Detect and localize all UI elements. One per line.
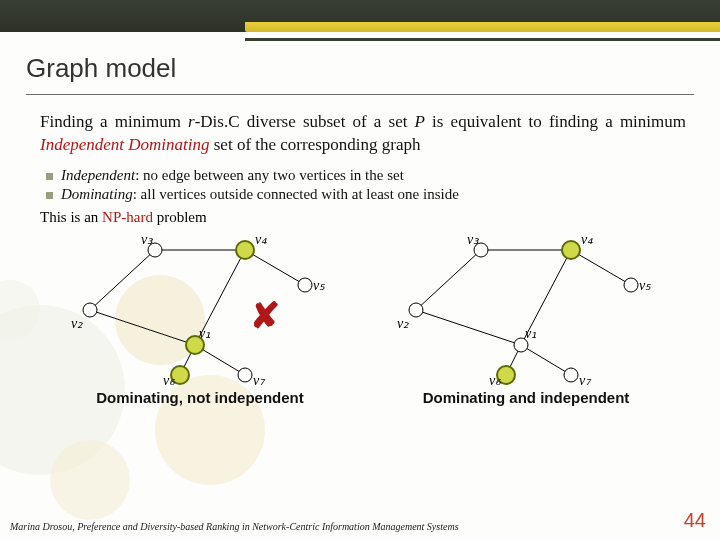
svg-line-32	[521, 345, 571, 375]
svg-point-37	[624, 278, 638, 292]
svg-text:v₅: v₅	[639, 278, 651, 293]
page-number: 44	[684, 509, 706, 532]
cross-mark-icon: ✘	[250, 295, 280, 337]
bullet-keyword: Independent	[61, 167, 135, 183]
para-text: -Dis.C diverse subset of a set	[195, 112, 415, 131]
content-area: Finding a minimum r-Dis.C diverse subset…	[0, 95, 720, 406]
svg-text:v₂: v₂	[397, 316, 409, 331]
svg-text:v₄: v₄	[255, 232, 267, 247]
svg-text:v₇: v₇	[579, 373, 592, 385]
para-text: set of the corresponding graph	[210, 135, 421, 154]
accent-line	[245, 38, 720, 41]
graph-right-box: v₁ v₂ v₃ v₄ v₅ v₆ v₇ Dominating and inde…	[366, 230, 686, 406]
svg-line-5	[90, 310, 195, 345]
svg-point-18	[238, 368, 252, 382]
top-bar	[0, 0, 720, 32]
graph-left-box: v₁ v₂ v₃ v₄ v₅ v₆ v₇ Dominating, not ind…	[40, 230, 360, 406]
bullet-text: Dominating: all vertices outside connect…	[61, 186, 459, 203]
bullet-list: Independent: no edge between any two ver…	[40, 167, 686, 203]
footer-reference: Marina Drosou, Preference and Diversity-…	[10, 521, 459, 532]
svg-text:v₁: v₁	[199, 326, 211, 341]
bullet-keyword: Dominating	[61, 186, 133, 202]
slide-title: Graph model	[0, 41, 720, 90]
svg-point-36	[562, 241, 580, 259]
svg-text:v₂: v₂	[71, 316, 83, 331]
graph-left: v₁ v₂ v₃ v₄ v₅ v₆ v₇	[45, 230, 355, 385]
bullet-text: Independent: no edge between any two ver…	[61, 167, 404, 184]
para-redterm: Independent Dominating	[40, 135, 210, 154]
svg-line-29	[571, 250, 631, 285]
svg-point-15	[236, 241, 254, 259]
bullet-item: Independent: no edge between any two ver…	[46, 167, 686, 184]
para-text: is equivalent to finding a minimum	[425, 112, 686, 131]
graphs-row: v₁ v₂ v₃ v₄ v₅ v₆ v₇ Dominating, not ind…	[40, 230, 686, 406]
svg-point-34	[409, 303, 423, 317]
np-pre: This is an	[40, 209, 102, 225]
bullet-rest: : no edge between any two vertices in th…	[135, 167, 404, 183]
footer: Marina Drosou, Preference and Diversity-…	[10, 509, 706, 532]
para-text: Finding a minimum	[40, 112, 188, 131]
svg-point-16	[298, 278, 312, 292]
bullet-icon	[46, 173, 53, 180]
bullet-icon	[46, 192, 53, 199]
svg-text:v₃: v₃	[141, 232, 154, 247]
caption-left: Dominating, not independent	[40, 389, 360, 406]
top-bar-accent	[245, 22, 720, 32]
main-paragraph: Finding a minimum r-Dis.C diverse subset…	[40, 111, 686, 157]
svg-text:v₄: v₄	[581, 232, 593, 247]
np-hard: NP-hard	[102, 209, 153, 225]
svg-line-27	[416, 250, 481, 310]
svg-text:v₃: v₃	[467, 232, 480, 247]
svg-text:v₁: v₁	[525, 326, 537, 341]
svg-line-6	[90, 250, 155, 310]
svg-point-13	[83, 303, 97, 317]
svg-point-39	[564, 368, 578, 382]
bullet-rest: : all vertices outside connected with at…	[133, 186, 459, 202]
bullet-item: Dominating: all vertices outside connect…	[46, 186, 686, 203]
svg-line-8	[245, 250, 305, 285]
np-post: problem	[153, 209, 207, 225]
svg-point-3	[50, 440, 130, 520]
graph-right: v₁ v₂ v₃ v₄ v₅ v₆ v₇	[371, 230, 681, 385]
svg-text:v₆: v₆	[489, 373, 502, 385]
svg-text:v₇: v₇	[253, 373, 266, 385]
np-hard-line: This is an NP-hard problem	[40, 209, 686, 226]
svg-text:v₅: v₅	[313, 278, 325, 293]
svg-text:v₆: v₆	[163, 373, 176, 385]
para-r: r	[188, 112, 195, 131]
svg-line-26	[416, 310, 521, 345]
para-P: P	[415, 112, 425, 131]
caption-right: Dominating and independent	[366, 389, 686, 406]
